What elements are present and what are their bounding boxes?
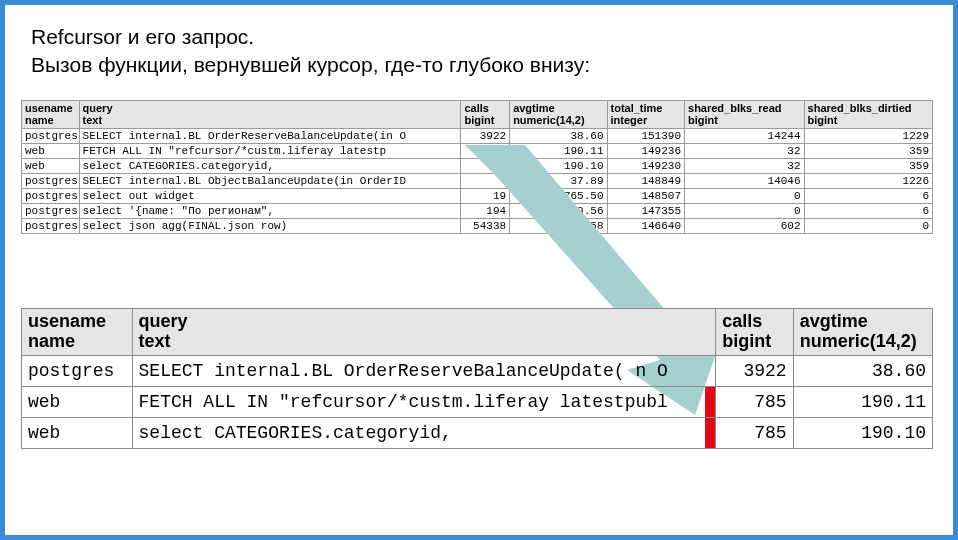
cell-calls: 194	[461, 203, 510, 218]
cell-query: select out widget	[79, 188, 461, 203]
cell-usename: web	[22, 143, 80, 158]
table-row: postgresSELECT internal.BL ObjectBalance…	[22, 173, 933, 188]
cell-dirt: 1226	[804, 173, 932, 188]
cell-usename: postgres	[22, 218, 80, 233]
cell-calls: 54338	[461, 218, 510, 233]
cell-query: select CATEGORIES.categoryid,	[79, 158, 461, 173]
cell-avgtime: 190.11	[793, 386, 932, 417]
cell-dirt: 359	[804, 158, 932, 173]
table-row: postgres SELECT internal.BL OrderReserve…	[22, 355, 933, 386]
top-query-table: usenamename querytext callsbigint avgtim…	[21, 100, 933, 234]
cell-avgtime: 190.10	[793, 418, 932, 449]
cell-usename: postgres	[22, 173, 80, 188]
cell-calls: 3922	[716, 355, 793, 386]
col-calls: callsbigint	[716, 308, 793, 355]
cell-usename: web	[22, 418, 133, 449]
table-header-row: usenamename querytext callsbigint avgtim…	[22, 100, 933, 128]
cell-query-text: FETCH ALL IN "refcursor/*custm.liferay l…	[139, 392, 668, 412]
cell-dirt: 1229	[804, 128, 932, 143]
cell-avgtime: 37.89	[510, 173, 607, 188]
cell-query: select CATEGORIES.categoryid,	[132, 418, 716, 449]
cell-dirt: 6	[804, 188, 932, 203]
table-row: webFETCH ALL IN "refcursor/*custm.lifera…	[22, 143, 933, 158]
cell-query: SELECT internal.BL OrderReserveBalanceUp…	[79, 128, 461, 143]
cell-avgtime: 190.10	[510, 158, 607, 173]
cell-calls: 19	[461, 188, 510, 203]
table-row: postgresselect json agg(FINAL.json row)5…	[22, 218, 933, 233]
slide-heading: Refcursor и его запрос. Вызов функции, в…	[31, 23, 953, 80]
table-row: postgresselect '{name: "По регионам",194…	[22, 203, 933, 218]
cell-query: select '{name: "По регионам",	[79, 203, 461, 218]
cell-usename: postgres	[22, 203, 80, 218]
cell-usename: postgres	[22, 128, 80, 143]
col-dirt: shared_blks_dirtiedbigint	[804, 100, 932, 128]
cell-query: SELECT internal.BL ObjectBalanceUpdate(i…	[79, 173, 461, 188]
col-usename: usenamename	[22, 308, 133, 355]
col-read: shared_blks_readbigint	[685, 100, 805, 128]
cell-total: 146640	[607, 218, 684, 233]
cell-usename: postgres	[22, 188, 80, 203]
heading-line-2: Вызов функции, вернувшей курсор, где-то …	[31, 53, 590, 76]
cell-usename: postgres	[22, 355, 133, 386]
col-usename: usenamename	[22, 100, 80, 128]
cell-avgtime: 759.56	[510, 203, 607, 218]
cell-read: 0	[685, 188, 805, 203]
cell-read: 32	[685, 158, 805, 173]
table-row: web FETCH ALL IN "refcursor/*custm.lifer…	[22, 386, 933, 417]
heading-line-1: Refcursor и его запрос.	[31, 25, 254, 48]
highlight-bar-icon	[705, 387, 715, 417]
table-row: postgresSELECT internal.BL OrderReserveB…	[22, 128, 933, 143]
cell-total: 151390	[607, 128, 684, 143]
cell-query: FETCH ALL IN "refcursor/*custm.liferay l…	[79, 143, 461, 158]
cell-query: SELECT internal.BL OrderReserveBalanceUp…	[132, 355, 716, 386]
col-query: querytext	[132, 308, 716, 355]
cell-read: 602	[685, 218, 805, 233]
col-avgtime: avgtimenumeric(14,2)	[793, 308, 932, 355]
cell-read: 0	[685, 203, 805, 218]
cell-dirt: 0	[804, 218, 932, 233]
cell-total: 149236	[607, 143, 684, 158]
table-row: web select CATEGORIES.categoryid, 785 19…	[22, 418, 933, 449]
cell-query-text: select CATEGORIES.categoryid,	[139, 423, 452, 443]
cell-read: 32	[685, 143, 805, 158]
top-table-container: usenamename querytext callsbigint avgtim…	[21, 100, 933, 234]
cell-total: 149230	[607, 158, 684, 173]
col-avgtime: avgtimenumeric(14,2)	[510, 100, 607, 128]
cell-query: FETCH ALL IN "refcursor/*custm.liferay l…	[132, 386, 716, 417]
cell-usename: web	[22, 158, 80, 173]
cell-total: 148849	[607, 173, 684, 188]
cell-avgtime: 765.50	[510, 188, 607, 203]
table-row: webselect CATEGORIES.categoryid,190.1014…	[22, 158, 933, 173]
cell-read: 14046	[685, 173, 805, 188]
cell-read: 14244	[685, 128, 805, 143]
col-calls: callsbigint	[461, 100, 510, 128]
col-total: total_timeinteger	[607, 100, 684, 128]
bottom-table-container: usenamename querytext callsbigint avgtim…	[21, 308, 933, 449]
cell-calls	[461, 158, 510, 173]
cell-calls: 3922	[461, 128, 510, 143]
cell-usename: web	[22, 386, 133, 417]
cell-avgtime: 38.60	[510, 128, 607, 143]
cell-total: 147355	[607, 203, 684, 218]
cell-query: select json agg(FINAL.json row)	[79, 218, 461, 233]
cell-calls: 5	[461, 143, 510, 158]
highlight-bar-icon	[705, 418, 715, 448]
cell-avgtime: 190.11	[510, 143, 607, 158]
table-row: postgresselect out widget19765.501485070…	[22, 188, 933, 203]
cell-dirt: 359	[804, 143, 932, 158]
cell-avgtime: 0.58	[510, 218, 607, 233]
cell-calls	[461, 173, 510, 188]
cell-avgtime: 38.60	[793, 355, 932, 386]
cell-dirt: 6	[804, 203, 932, 218]
table-header-row: usenamename querytext callsbigint avgtim…	[22, 308, 933, 355]
cell-calls: 785	[716, 418, 793, 449]
bottom-query-table: usenamename querytext callsbigint avgtim…	[21, 308, 933, 449]
cell-total: 148507	[607, 188, 684, 203]
cell-calls: 785	[716, 386, 793, 417]
col-query: querytext	[79, 100, 461, 128]
